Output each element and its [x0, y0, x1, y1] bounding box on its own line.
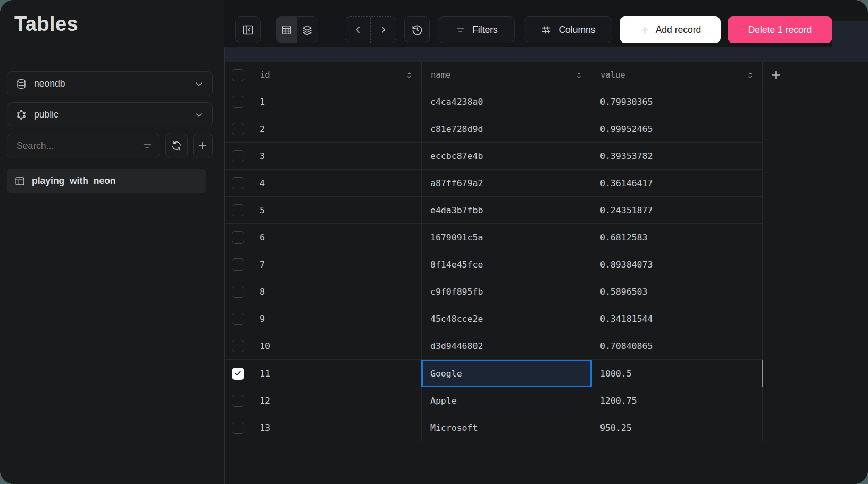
column-header-id[interactable]: id	[251, 62, 422, 88]
sidebar-item-playing_with_neon[interactable]: playing_with_neon	[7, 169, 206, 193]
toolbar: Filters Columns Add record Delete 1	[224, 0, 868, 47]
row-checkbox[interactable]	[232, 204, 244, 216]
cell-name[interactable]: c81e728d9d	[422, 115, 591, 142]
sort-icon[interactable]	[745, 70, 755, 80]
cell-name[interactable]: a87ff679a2	[422, 170, 591, 196]
add-record-label: Add record	[656, 24, 702, 36]
sort-icon[interactable]	[404, 70, 414, 80]
check-icon	[233, 233, 242, 241]
cell-value[interactable]: 0.79930365	[591, 88, 763, 115]
cell-id[interactable]: 1	[251, 88, 422, 115]
sidebar-body: neondb public	[0, 62, 224, 193]
cell-name[interactable]: eccbc87e4b	[422, 143, 591, 169]
cell-id[interactable]: 8	[251, 278, 422, 305]
cell-id[interactable]: 9	[251, 305, 422, 332]
cell-value[interactable]: 0.24351877	[591, 197, 763, 223]
next-page-button[interactable]	[371, 17, 396, 43]
layers-view-button[interactable]	[297, 17, 318, 43]
cell-id[interactable]: 5	[251, 197, 422, 223]
check-icon	[233, 206, 242, 214]
cell-id[interactable]: 11	[251, 360, 422, 387]
row-checkbox[interactable]	[232, 340, 244, 352]
cell-value[interactable]: 0.99952465	[591, 115, 763, 142]
row-checkbox[interactable]	[232, 368, 244, 380]
cell-value[interactable]: 0.70840865	[591, 332, 763, 359]
search-filter-icon	[141, 140, 153, 152]
cell-name[interactable]: 8f14e45fce	[422, 251, 591, 278]
database-select[interactable]: neondb	[7, 71, 213, 96]
cell-value[interactable]: 0.36146417	[591, 170, 763, 196]
cell-name[interactable]: c4ca4238a0	[422, 88, 591, 115]
sidebar: Tables neondb	[0, 0, 224, 484]
row-checkbox[interactable]	[232, 177, 244, 189]
refresh-icon	[171, 140, 182, 152]
prev-page-button[interactable]	[345, 17, 371, 43]
sidebar-toggle-button[interactable]	[235, 16, 261, 43]
table-search[interactable]	[7, 133, 160, 158]
check-icon	[233, 124, 242, 133]
table-row: 13 Microsoft 950.25	[225, 414, 763, 441]
cell-id[interactable]: 3	[251, 143, 422, 169]
schema-select[interactable]: public	[7, 102, 213, 127]
row-checkbox[interactable]	[232, 123, 244, 135]
row-select-cell	[225, 224, 251, 251]
cell-value[interactable]: 1200.75	[591, 387, 763, 414]
filters-button[interactable]: Filters	[438, 16, 515, 43]
view-switcher	[276, 16, 318, 43]
filters-button-label: Filters	[472, 24, 498, 36]
select-all-checkbox[interactable]	[232, 69, 244, 81]
cell-id[interactable]: 13	[251, 414, 422, 441]
cell-name[interactable]: e4da3b7fbb	[422, 197, 591, 223]
cell-name[interactable]: 45c48cce2e	[422, 305, 591, 332]
row-select-cell	[225, 88, 251, 115]
refresh-button[interactable]	[165, 133, 188, 158]
cell-value[interactable]: 0.39353782	[591, 143, 763, 169]
column-header-name[interactable]: name	[422, 62, 591, 88]
cell-value[interactable]: 0.89384073	[591, 251, 763, 278]
cell-name[interactable]: 1679091c5a	[422, 224, 591, 251]
cell-value[interactable]: 950.25	[591, 414, 763, 441]
row-checkbox[interactable]	[232, 96, 244, 108]
columns-button-label: Columns	[558, 24, 595, 36]
check-icon	[233, 179, 242, 187]
cell-name[interactable]: c9f0f895fb	[422, 278, 591, 305]
cell-name[interactable]: d3d9446802	[422, 332, 591, 359]
cell-value[interactable]: 1000.5	[591, 360, 763, 387]
check-icon	[233, 260, 242, 269]
column-header-value[interactable]: value	[591, 62, 763, 88]
row-checkbox[interactable]	[232, 231, 244, 244]
row-checkbox[interactable]	[232, 422, 244, 434]
row-checkbox[interactable]	[232, 286, 244, 298]
cell-name[interactable]: Microsoft	[422, 414, 591, 441]
cell-id[interactable]: 4	[251, 170, 422, 196]
cell-id[interactable]: 2	[251, 115, 422, 142]
row-checkbox[interactable]	[232, 258, 244, 271]
cell-name[interactable]: Apple	[422, 387, 591, 414]
row-select-cell	[225, 251, 251, 278]
cell-id[interactable]: 6	[251, 224, 422, 251]
plus-icon	[639, 24, 650, 36]
table-row: 9 45c48cce2e 0.34181544	[225, 305, 763, 332]
add-table-button[interactable]	[193, 133, 213, 158]
cell-value[interactable]: 0.6812583	[591, 224, 763, 251]
history-button[interactable]	[404, 16, 430, 43]
add-record-button[interactable]: Add record	[620, 16, 721, 43]
grid-view-button[interactable]	[276, 17, 297, 43]
table-icon	[14, 176, 26, 187]
cell-value[interactable]: 0.5896503	[591, 278, 763, 305]
columns-button[interactable]: Columns	[524, 16, 612, 43]
add-column-button[interactable]	[763, 62, 789, 88]
sort-icon[interactable]	[574, 70, 584, 80]
cell-id[interactable]: 10	[251, 332, 422, 359]
row-checkbox[interactable]	[232, 150, 244, 162]
row-checkbox[interactable]	[232, 395, 244, 407]
cell-value[interactable]: 0.34181544	[591, 305, 763, 332]
search-input[interactable]	[15, 140, 137, 152]
cell-id[interactable]: 7	[251, 251, 422, 278]
row-checkbox[interactable]	[232, 313, 244, 325]
delete-record-button[interactable]: Delete 1 record	[728, 16, 832, 43]
row-select-cell	[225, 387, 251, 414]
chevron-right-icon	[378, 24, 389, 35]
cell-name[interactable]: Google	[422, 360, 591, 387]
cell-id[interactable]: 12	[251, 387, 422, 414]
